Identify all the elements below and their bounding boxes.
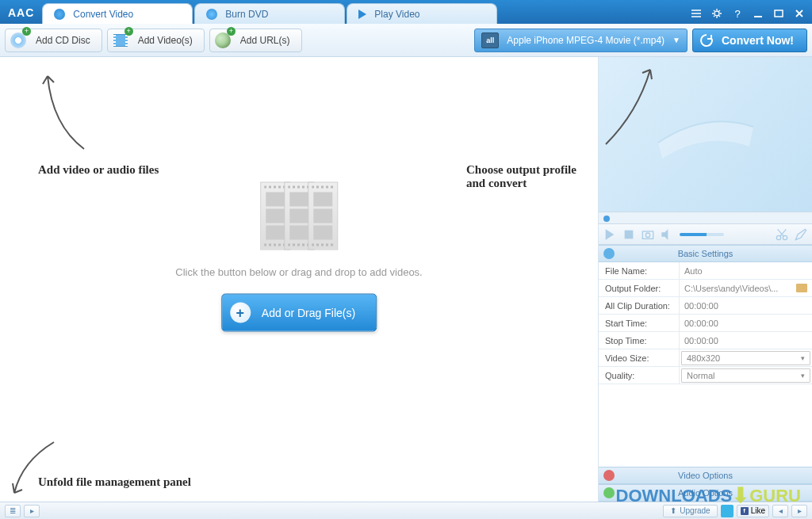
folder-icon[interactable]: [796, 284, 807, 292]
add-cd-disc-button[interactable]: Add CD Disc: [5, 29, 102, 52]
preview-controls: [599, 224, 812, 245]
setting-label: Output Folder:: [599, 280, 680, 296]
section-title: Basic Settings: [678, 249, 733, 258]
all-formats-icon: all: [481, 32, 499, 48]
chevron-down-icon: ▾: [801, 354, 805, 362]
app-logo: AAC: [0, 6, 42, 24]
setting-file-name: File Name: Auto: [599, 262, 812, 280]
expand-panel-button[interactable]: ▸: [24, 505, 40, 517]
plus-icon: +: [230, 303, 251, 323]
menu-icon[interactable]: [688, 6, 704, 21]
preview-pane: [599, 57, 812, 212]
setting-value: 00:00:00: [680, 297, 812, 314]
button-label: Add or Drag File(s): [262, 307, 355, 319]
setting-video-size: Video Size: 480x320▾: [599, 349, 812, 367]
minimize-icon[interactable]: [750, 6, 766, 21]
setting-start-time: Start Time: 00:00:00: [599, 315, 812, 332]
disc-icon: [206, 9, 217, 20]
play-icon[interactable]: [603, 228, 616, 241]
annotation-unfold-panel: Unfold file management panel: [38, 475, 191, 489]
button-label: Add Video(s): [138, 35, 193, 46]
preview-timeline[interactable]: [599, 212, 812, 224]
help-icon[interactable]: ?: [730, 6, 745, 21]
svg-rect-2: [625, 230, 634, 239]
setting-all-clip-duration: All Clip Duration: 00:00:00: [599, 297, 812, 315]
chevron-down-icon: ▾: [801, 372, 805, 380]
chevron-down-icon: ▼: [672, 36, 680, 44]
convert-now-button[interactable]: Convert Now!: [692, 29, 807, 52]
disc-icon: [9, 31, 28, 50]
filmstrip-icon: [650, 103, 761, 166]
setting-value[interactable]: 00:00:00: [680, 332, 812, 349]
film-icon: [111, 31, 130, 50]
button-label: Add URL(s): [240, 35, 290, 46]
add-urls-button[interactable]: Add URL(s): [209, 29, 302, 52]
toolbar: Add CD Disc Add Video(s) Add URL(s) all …: [0, 24, 812, 57]
tab-play-video[interactable]: Play Video: [347, 3, 497, 24]
tab-convert-video[interactable]: Convert Video: [42, 3, 193, 24]
snapshot-icon[interactable]: [642, 228, 654, 241]
setting-label: Quality:: [599, 367, 680, 384]
setting-value[interactable]: C:\Users\andy\Videos\...: [680, 280, 812, 296]
file-list-panel: Add video or audio files Choose output p…: [0, 57, 598, 502]
tab-label: Convert Video: [73, 9, 133, 20]
stop-icon[interactable]: [622, 228, 635, 241]
basic-settings-header[interactable]: Basic Settings: [599, 245, 812, 262]
window-controls: ?: [688, 6, 807, 24]
playhead-icon[interactable]: [603, 216, 610, 222]
video-icon: [603, 470, 615, 481]
filmstrip-graphic: [263, 182, 335, 250]
refresh-icon: [699, 33, 714, 48]
setting-quality: Quality: Normal▾: [599, 367, 812, 384]
main-tabs: Convert Video Burn DVD Play Video: [42, 0, 688, 24]
volume-icon[interactable]: [661, 228, 673, 241]
setting-label: All Clip Duration:: [599, 297, 680, 314]
annotation-choose-profile: Choose output profile and convert: [466, 163, 598, 190]
play-icon: [358, 10, 366, 19]
setting-value[interactable]: Auto: [680, 262, 812, 279]
cut-icon[interactable]: [776, 228, 788, 241]
section-title: Video Options: [678, 471, 733, 480]
volume-slider[interactable]: [680, 233, 724, 236]
setting-label: Start Time:: [599, 315, 680, 331]
close-icon[interactable]: [791, 6, 807, 21]
add-or-drag-files-button[interactable]: + Add or Drag File(s): [221, 294, 377, 332]
maximize-icon[interactable]: [771, 6, 787, 21]
watermark: DOWNLOADS⬇GURU: [616, 483, 801, 508]
button-label: Add CD Disc: [36, 35, 90, 46]
gear-icon[interactable]: [709, 6, 725, 21]
tab-label: Burn DVD: [225, 9, 268, 20]
right-panel: Basic Settings File Name: Auto Output Fo…: [598, 57, 812, 502]
drop-area[interactable]: Click the button below or drag and drop …: [175, 182, 422, 332]
titlebar: AAC Convert Video Burn DVD Play Video ?: [0, 0, 812, 24]
setting-output-folder: Output Folder: C:\Users\andy\Videos\...: [599, 280, 812, 297]
setting-label: Stop Time:: [599, 332, 680, 349]
output-profile-dropdown[interactable]: all Apple iPhone MPEG-4 Movie (*.mp4) ▼: [474, 29, 688, 52]
globe-icon: [213, 31, 232, 50]
setting-label: Video Size:: [599, 349, 680, 366]
edit-icon[interactable]: [795, 228, 807, 241]
main-area: Add video or audio files Choose output p…: [0, 57, 812, 502]
basic-settings-table: File Name: Auto Output Folder: C:\Users\…: [599, 262, 812, 384]
setting-stop-time: Stop Time: 00:00:00: [599, 332, 812, 349]
list-view-button[interactable]: ≣: [5, 505, 21, 517]
audio-icon: [603, 487, 615, 498]
quality-dropdown[interactable]: Normal▾: [681, 368, 810, 383]
add-videos-button[interactable]: Add Video(s): [107, 29, 205, 52]
video-options-header[interactable]: Video Options: [599, 467, 812, 484]
profile-label: Apple iPhone MPEG-4 Movie (*.mp4): [507, 35, 665, 46]
gear-icon: [603, 248, 615, 259]
setting-label: File Name:: [599, 262, 680, 279]
video-size-dropdown[interactable]: 480x320▾: [681, 351, 810, 365]
svg-point-0: [714, 11, 719, 16]
button-label: Convert Now!: [722, 34, 794, 47]
svg-rect-1: [775, 10, 783, 17]
drop-hint: Click the button below or drag and drop …: [175, 266, 422, 278]
tab-label: Play Video: [374, 9, 419, 20]
svg-point-4: [645, 233, 649, 237]
convert-icon: [54, 9, 65, 20]
annotation-add-files: Add video or audio files: [38, 163, 159, 177]
setting-value[interactable]: 00:00:00: [680, 315, 812, 331]
tab-burn-dvd[interactable]: Burn DVD: [194, 3, 345, 24]
